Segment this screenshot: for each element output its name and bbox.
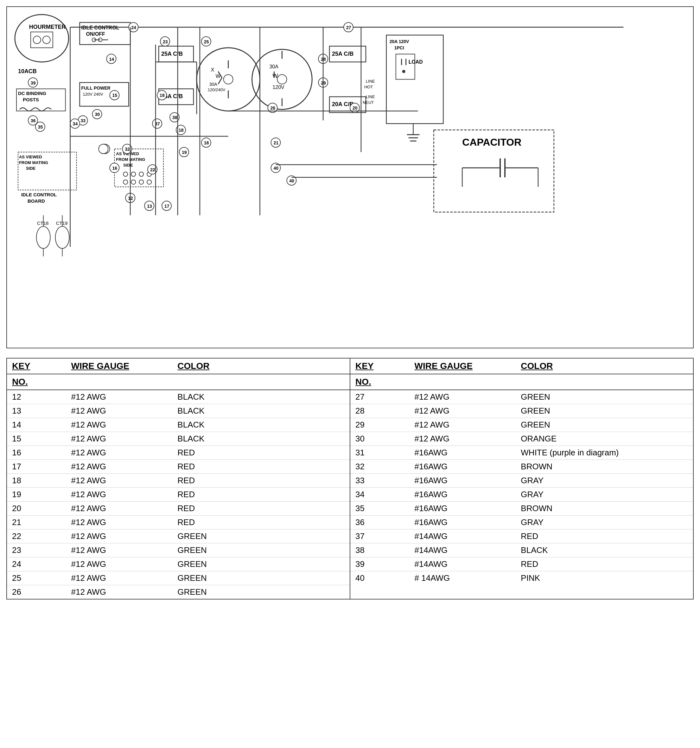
color-cell: BLACK — [172, 418, 350, 432]
color-cell: RED — [172, 502, 350, 515]
header-gauge-left: WIRE GAUGE — [66, 359, 173, 374]
svg-text:18: 18 — [160, 93, 165, 98]
svg-text:POSTS: POSTS — [23, 97, 39, 102]
svg-text:17: 17 — [164, 204, 169, 209]
key-cell: 36 — [350, 515, 409, 529]
header-color-right: COLOR — [516, 359, 693, 374]
color-cell: RED — [172, 460, 350, 474]
gauge-cell: #12 AWG — [66, 571, 173, 585]
key-cell: 13 — [7, 404, 66, 418]
gauge-cell: #14AWG — [409, 543, 516, 557]
color-cell: RED — [172, 488, 350, 502]
svg-text:30A: 30A — [209, 82, 218, 87]
key-cell: 16 — [7, 446, 66, 460]
svg-text:33: 33 — [81, 118, 86, 123]
key-cell: 26 — [7, 585, 66, 599]
header-no-left: NO. — [7, 374, 66, 390]
color-cell: GREEN — [516, 418, 693, 432]
header-key-right: KEY — [350, 359, 409, 374]
svg-text:14: 14 — [109, 57, 114, 62]
table-row: 16 #12 AWG RED — [7, 446, 350, 460]
color-cell: GREEN — [172, 557, 350, 571]
svg-text:1PCI: 1PCI — [394, 45, 404, 50]
color-cell: GREEN — [172, 543, 350, 557]
table-row: 38 #14AWG BLACK — [350, 543, 693, 557]
gauge-cell: #12 AWG — [66, 418, 173, 432]
svg-text:38: 38 — [172, 115, 177, 120]
svg-text:HOT: HOT — [364, 85, 373, 89]
gauge-cell: #12 AWG — [66, 460, 173, 474]
svg-text:27: 27 — [346, 25, 351, 30]
svg-text:13: 13 — [147, 204, 152, 209]
svg-text:18: 18 — [179, 128, 184, 133]
svg-text:30: 30 — [95, 112, 100, 117]
svg-text:ON/OFF: ON/OFF — [86, 31, 105, 37]
table-row: 23 #12 AWG GREEN — [7, 543, 350, 557]
color-cell: BROWN — [516, 460, 693, 474]
gauge-cell: #12 AWG — [66, 585, 173, 599]
color-cell: BROWN — [516, 502, 693, 515]
color-cell: RED — [172, 446, 350, 460]
svg-text:W: W — [272, 73, 278, 79]
header-no-right: NO. — [350, 374, 409, 390]
table-row: 36 #16AWG GRAY — [350, 515, 693, 529]
key-cell: 34 — [350, 488, 409, 502]
table-row: 12 #12 AWG BLACK — [7, 390, 350, 404]
svg-text:39: 39 — [31, 81, 36, 85]
table-row: 21 #12 AWG RED — [7, 515, 350, 529]
gauge-cell: #12 AWG — [66, 557, 173, 571]
wiring-diagram: HOURMETER IDLE CONTROL ON/OFF 10ACB DC B… — [6, 6, 694, 348]
table-row: 34 #16AWG GRAY — [350, 488, 693, 502]
key-cell: 29 — [350, 418, 409, 432]
gauge-cell: #12 AWG — [66, 515, 173, 529]
table-row: 32 #16AWG BROWN — [350, 460, 693, 474]
header-color-left: COLOR — [172, 359, 350, 374]
color-cell: GRAY — [516, 474, 693, 488]
key-cell: 22 — [7, 529, 66, 543]
svg-text:FULL POWER: FULL POWER — [81, 85, 111, 91]
table-row: 28 #12 AWG GREEN — [350, 404, 693, 418]
svg-text:FROM MATING: FROM MATING — [19, 160, 48, 165]
gauge-cell: #12 AWG — [409, 432, 516, 446]
gauge-cell: #12 AWG — [66, 474, 173, 488]
color-cell: RED — [172, 515, 350, 529]
svg-text:CT18: CT18 — [37, 220, 49, 226]
table-row: 15 #12 AWG BLACK — [7, 432, 350, 446]
gauge-cell: #12 AWG — [409, 390, 516, 404]
svg-point-79 — [402, 70, 405, 73]
gauge-cell: #12 AWG — [66, 529, 173, 543]
gauge-cell: #12 AWG — [66, 543, 173, 557]
svg-text:19: 19 — [182, 150, 187, 155]
gauge-cell: #14AWG — [409, 557, 516, 571]
header-key-left: KEY — [7, 359, 66, 374]
key-cell: 40 — [350, 571, 409, 585]
table-row: 17 #12 AWG RED — [7, 460, 350, 474]
key-cell: 23 — [7, 543, 66, 557]
key-cell: 30 — [350, 432, 409, 446]
svg-text:NEUT: NEUT — [363, 100, 374, 105]
svg-text:36: 36 — [31, 118, 36, 123]
svg-text:SIDE: SIDE — [123, 163, 133, 167]
key-cell: 28 — [350, 404, 409, 418]
color-cell: BLACK — [172, 404, 350, 418]
key-cell: 31 — [350, 446, 409, 460]
table-row: 37 #14AWG RED — [350, 529, 693, 543]
gauge-cell: #12 AWG — [66, 404, 173, 418]
key-cell: 38 — [350, 543, 409, 557]
svg-text:HOURMETER: HOURMETER — [29, 24, 66, 30]
gauge-cell: #16AWG — [409, 488, 516, 502]
color-cell: ORANGE — [516, 432, 693, 446]
legend-right: KEY WIRE GAUGE COLOR NO. 27 #12 AWG GREE… — [350, 359, 693, 599]
key-cell: 15 — [7, 432, 66, 446]
svg-text:40: 40 — [273, 166, 278, 171]
svg-text:32: 32 — [125, 147, 130, 152]
key-cell: 32 — [350, 460, 409, 474]
color-cell: PINK — [516, 571, 693, 585]
svg-text:25A C/B: 25A C/B — [161, 51, 183, 57]
color-cell: BLACK — [172, 390, 350, 404]
svg-text:IDLE CONTROL: IDLE CONTROL — [21, 192, 57, 197]
svg-text:AS VIEWED: AS VIEWED — [19, 155, 42, 159]
svg-text:34: 34 — [73, 121, 78, 126]
svg-text:CT19: CT19 — [56, 220, 68, 226]
gauge-cell: #12 AWG — [409, 418, 516, 432]
